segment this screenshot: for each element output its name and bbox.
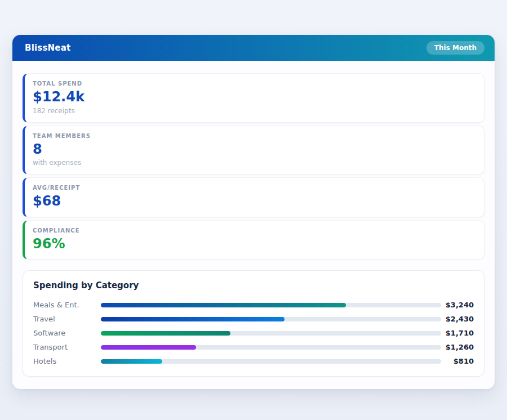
stat-card-total-spend: TOTAL SPEND $12.4k 182 receipts xyxy=(23,73,484,123)
bar-fill-transport xyxy=(101,345,196,350)
stat-value: $12.4k xyxy=(33,90,474,105)
bar-track xyxy=(101,345,441,350)
stat-card-compliance: COMPLIANCE 96% xyxy=(23,220,484,260)
stat-label: TEAM MEMBERS xyxy=(33,133,474,139)
bar-track xyxy=(101,303,441,307)
bar-track xyxy=(101,317,441,321)
category-label: Software xyxy=(33,329,101,337)
category-value: $3,240 xyxy=(441,301,474,309)
stat-value: $68 xyxy=(33,194,474,209)
category-value: $2,430 xyxy=(441,315,474,323)
chart-title: Spending by Category xyxy=(33,280,474,291)
category-label: Travel xyxy=(33,315,101,323)
spending-by-category-chart: Spending by Category Meals & Ent. $3,240… xyxy=(23,270,484,377)
bar-fill-meals xyxy=(101,303,346,307)
stat-card-avg-receipt: AVG/RECEIPT $68 xyxy=(23,177,484,217)
chart-row-transport: Transport $1,260 xyxy=(33,340,474,354)
category-label: Meals & Ent. xyxy=(33,301,101,309)
bar-fill-hotels xyxy=(101,359,162,364)
stat-card-team-members: TEAM MEMBERS 8 with expenses xyxy=(23,126,484,175)
stat-label: TOTAL SPEND xyxy=(33,81,474,87)
period-badge[interactable]: This Month xyxy=(426,41,484,55)
category-value: $1,710 xyxy=(441,329,474,337)
bar-fill-travel xyxy=(101,317,284,321)
main-content: TOTAL SPEND $12.4k 182 receipts TEAM MEM… xyxy=(12,61,495,389)
bar-track xyxy=(101,331,441,336)
bar-fill-software xyxy=(101,331,230,336)
app-title: BlissNeat xyxy=(25,43,70,53)
chart-row-hotels: Hotels $810 xyxy=(33,354,474,368)
chart-row-travel: Travel $2,430 xyxy=(33,312,474,326)
stat-subtext: 182 receipts xyxy=(33,107,474,115)
stat-label: AVG/RECEIPT xyxy=(33,185,474,191)
category-value: $1,260 xyxy=(441,343,474,351)
category-label: Transport xyxy=(33,343,101,351)
bar-track xyxy=(101,359,441,364)
category-value: $810 xyxy=(441,357,474,365)
chart-row-meals: Meals & Ent. $3,240 xyxy=(33,298,474,312)
category-label: Hotels xyxy=(33,357,101,365)
stat-label: COMPLIANCE xyxy=(33,227,474,234)
stat-subtext: with expenses xyxy=(33,159,474,167)
stat-value: 8 xyxy=(33,142,474,158)
app-header: BlissNeat This Month xyxy=(12,35,495,61)
stat-value: 96% xyxy=(33,236,474,252)
app-card: BlissNeat This Month TOTAL SPEND $12.4k … xyxy=(12,35,495,389)
chart-row-software: Software $1,710 xyxy=(33,326,474,340)
